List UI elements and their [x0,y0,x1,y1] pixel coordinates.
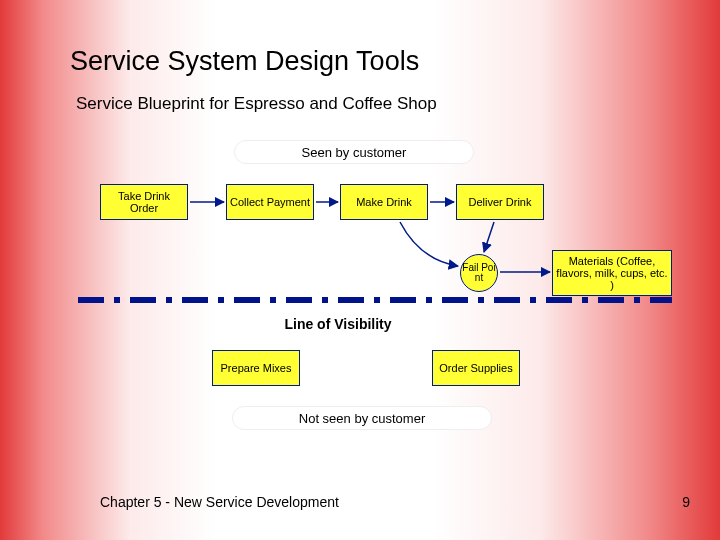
step-make-drink: Make Drink [340,184,428,220]
materials-box: Materials (Coffee, flavors, milk, cups, … [552,250,672,296]
step-take-drink-order: Take Drink Order [100,184,188,220]
fail-point: Fail Poi nt [460,254,498,292]
step-order-supplies: Order Supplies [432,350,520,386]
label-seen-by-customer: Seen by customer [234,140,474,164]
slide-subtitle: Service Blueprint for Espresso and Coffe… [76,94,437,114]
label-line-of-visibility: Line of Visibility [258,311,418,337]
slide: Service System Design Tools Service Blue… [0,0,720,540]
footer-chapter: Chapter 5 - New Service Development [100,494,339,510]
label-not-seen-by-customer: Not seen by customer [232,406,492,430]
step-collect-payment: Collect Payment [226,184,314,220]
slide-title: Service System Design Tools [70,46,419,77]
footer-page-number: 9 [682,494,690,510]
step-deliver-drink: Deliver Drink [456,184,544,220]
step-prepare-mixes: Prepare Mixes [212,350,300,386]
svg-line-3 [484,222,494,252]
